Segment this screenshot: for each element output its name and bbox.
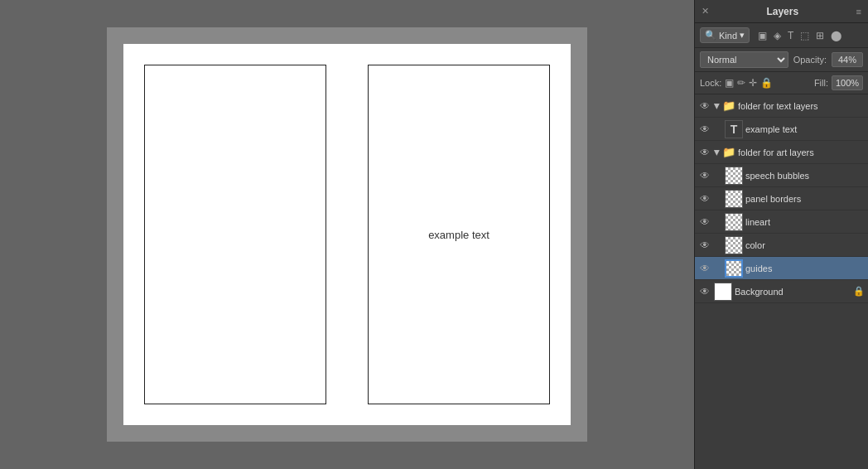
folder-icon: 📁 [722,146,735,158]
filter-smart-icon[interactable]: ⊞ [814,29,826,42]
expand-icon[interactable]: ▶ [713,103,721,109]
eye-icon[interactable]: 👁 [698,123,711,136]
filter-toggle-icon[interactable]: ⬤ [829,29,843,42]
layer-thumb [725,190,743,208]
layer-thumb [725,213,743,231]
search-icon: 🔍 [705,30,716,41]
layer-item[interactable]: 👁 Background 🔒 [695,280,868,303]
layer-item[interactable]: 👁 guides [695,257,868,280]
lock-transparency-icon[interactable]: ▣ [725,77,734,89]
eye-icon[interactable]: 👁 [698,169,711,182]
layer-name: example text [745,124,865,134]
page-right: example text [347,44,571,425]
lock-label: Lock: [700,78,721,88]
lock-all-icon[interactable]: 🔒 [760,77,773,89]
expand-icon[interactable]: ▶ [713,149,721,155]
layer-name: folder for art layers [738,147,865,157]
layers-list[interactable]: 👁 ▶ 📁 folder for text layers 👁 T example… [695,94,868,469]
layer-name: guides [745,264,865,273]
opacity-label: Opacity: [793,55,827,65]
eye-icon[interactable]: 👁 [698,262,711,275]
layer-name: lineart [745,217,865,227]
layer-name: folder for text layers [738,101,865,111]
panel-titlebar: ✕ Layers ≡ [695,0,868,23]
text-layer-icon: T [731,123,738,136]
layers-panel: ✕ Layers ≡ 🔍 Kind ▾ ▣ ◈ T ⬚ ⊞ ⬤ Normal M… [694,0,868,469]
filter-text-icon[interactable]: T [786,29,795,42]
eye-icon[interactable]: 👁 [698,215,711,229]
folder-icon: 📁 [722,99,735,112]
filter-icons: ▣ ◈ T ⬚ ⊞ ⬤ [756,29,843,42]
layer-thumb: T [725,120,743,138]
blend-row: Normal Multiply Screen Overlay Opacity: … [695,48,868,72]
canvas-area: example text [0,0,694,469]
filter-kind-dropdown[interactable]: 🔍 Kind ▾ [700,27,750,43]
layer-item[interactable]: 👁 speech bubbles [695,164,868,187]
lock-icon: 🔒 [853,286,865,297]
fill-label: Fill: [814,78,828,88]
page-left-border [144,65,326,404]
layer-name: color [745,240,865,250]
blend-mode-select[interactable]: Normal Multiply Screen Overlay [700,51,788,68]
layer-item[interactable]: 👁 ▶ 📁 folder for text layers [695,94,868,118]
opacity-value[interactable]: 44% [832,52,863,67]
fill-value[interactable]: 100% [832,75,863,90]
eye-icon[interactable]: 👁 [698,285,711,298]
filter-kind-label: Kind [719,31,737,41]
panel-close-x[interactable]: ✕ [702,6,709,17]
layer-thumb [725,167,743,185]
eye-icon[interactable]: 👁 [698,146,711,159]
canvas-example-text: example text [428,229,489,241]
canvas-workspace: example text [107,27,587,442]
layer-name: panel borders [745,194,865,204]
panel-title: Layers [766,6,798,17]
lock-pixels-icon[interactable]: ✏ [737,77,745,89]
layer-item[interactable]: 👁 panel borders [695,187,868,210]
eye-icon[interactable]: 👁 [698,99,711,113]
layer-item[interactable]: 👁 lineart [695,210,868,234]
filter-adjust-icon[interactable]: ◈ [772,29,783,42]
layer-item[interactable]: 👁 T example text [695,118,868,141]
lock-row: Lock: ▣ ✏ ✛ 🔒 Fill: 100% [695,72,868,94]
chevron-down-icon: ▾ [740,30,745,41]
page-left [123,44,347,425]
filter-bar: 🔍 Kind ▾ ▣ ◈ T ⬚ ⊞ ⬤ [695,23,868,48]
layer-item[interactable]: 👁 ▶ 📁 folder for art layers [695,141,868,164]
lock-icons: ▣ ✏ ✛ 🔒 [725,77,773,89]
layer-thumb [725,236,743,254]
panel-menu-btn[interactable]: ≡ [856,7,861,17]
layer-thumb [725,259,743,278]
layer-item[interactable]: 👁 color [695,234,868,257]
filter-shape-icon[interactable]: ⬚ [798,29,811,42]
filter-pixel-icon[interactable]: ▣ [756,29,769,42]
layer-name: speech bubbles [745,171,865,181]
layer-name: Background [735,287,851,297]
layer-thumb [714,283,732,301]
lock-position-icon[interactable]: ✛ [749,77,757,89]
eye-icon[interactable]: 👁 [698,239,711,252]
eye-icon[interactable]: 👁 [698,192,711,205]
